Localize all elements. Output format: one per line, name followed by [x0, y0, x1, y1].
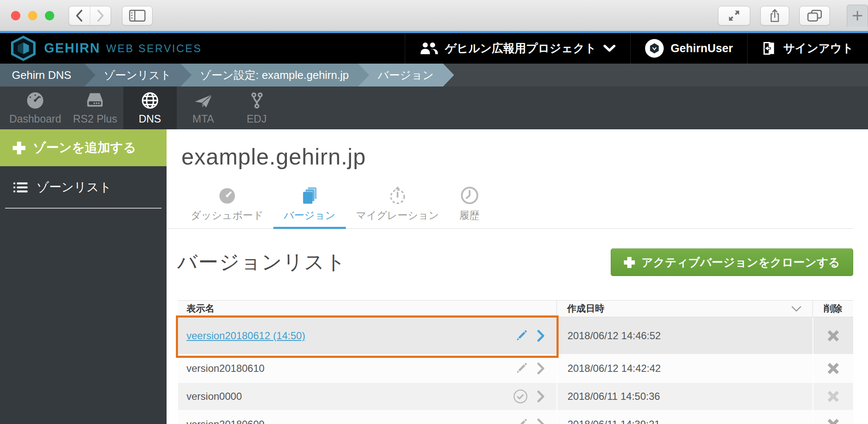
- breadcrumb-version[interactable]: バージョン: [358, 64, 454, 86]
- pencil-icon[interactable]: [515, 329, 528, 342]
- chevron-right-icon[interactable]: [536, 390, 545, 403]
- delete-x-icon: [826, 390, 840, 403]
- created-at: 2018/06/11 14:39:21: [568, 418, 660, 424]
- col-header-delete: 削除: [812, 301, 853, 317]
- share-icon: [769, 8, 781, 23]
- app-header-right: ゲヒルン広報用プロジェクト GehirnUser サインアウト: [405, 33, 868, 64]
- zone-tabs: ダッシュボード バージョン マイグレーション: [167, 185, 853, 229]
- browser-toolbar: [0, 0, 868, 33]
- logo-text: GEHIRN: [44, 41, 100, 56]
- chevron-right-icon[interactable]: [536, 418, 545, 424]
- version-name: version20180609: [186, 418, 264, 424]
- signout-button[interactable]: サインアウト: [747, 33, 868, 64]
- back-button[interactable]: [69, 6, 90, 25]
- version-table: 表示名 作成日時 削除 veersion20180612 (14:50): [178, 300, 853, 424]
- tab-version[interactable]: バージョン: [273, 185, 345, 228]
- table-row: veersion20180612 (14:50) 2018/06/12 14:4…: [178, 317, 853, 355]
- chevron-right-icon[interactable]: [536, 329, 545, 342]
- tab-migration[interactable]: マイグレーション: [346, 185, 449, 228]
- tab-dashboard[interactable]: ダッシュボード: [181, 185, 273, 228]
- tab-label: ダッシュボード: [191, 209, 263, 222]
- show-tabs-button[interactable]: [799, 6, 830, 25]
- people-icon: [420, 42, 438, 55]
- breadcrumb-zone-settings[interactable]: ゾーン設定: example.gehirn.jp: [181, 64, 369, 86]
- list-icon: [13, 181, 28, 194]
- forward-button[interactable]: [90, 6, 111, 25]
- sidebar: ゾーンを追加する ゾーンリスト: [0, 129, 167, 424]
- breadcrumb: Gehirn DNS ゾーンリスト ゾーン設定: example.gehirn.…: [0, 64, 868, 86]
- tab-history[interactable]: 履歴: [449, 185, 490, 228]
- signout-label: サインアウト: [783, 41, 854, 56]
- chevron-right-icon[interactable]: [536, 362, 545, 375]
- check-circle-icon: [513, 389, 528, 404]
- tabs-icon: [807, 9, 822, 22]
- close-window-button[interactable]: [11, 11, 20, 20]
- created-at: 2018/06/12 14:42:42: [568, 363, 661, 374]
- git-fork-icon: [248, 89, 266, 110]
- col-header-name: 表示名: [178, 301, 556, 317]
- sidebar-divider: [5, 208, 161, 209]
- stopwatch-icon: [388, 185, 407, 205]
- sidebar-toggle-button[interactable]: [122, 6, 153, 25]
- clone-button-label: アクティブバージョンをクローンする: [642, 255, 840, 270]
- tab-label: バージョン: [284, 209, 335, 222]
- delete-x-icon: [826, 418, 840, 424]
- delete-version-button[interactable]: [826, 418, 840, 424]
- clone-active-version-button[interactable]: アクティブバージョンをクローンする: [611, 248, 854, 276]
- add-zone-button[interactable]: ゾーンを追加する: [0, 129, 167, 166]
- gehirn-logo-icon: [9, 36, 37, 61]
- table-header: 表示名 作成日時 削除: [178, 301, 853, 317]
- project-selector[interactable]: ゲヒルン広報用プロジェクト: [405, 33, 630, 64]
- fullscreen-button[interactable]: [718, 6, 750, 25]
- avatar-logo-icon: [649, 43, 660, 54]
- fullscreen-icon: [727, 9, 741, 22]
- delete-version-button-disabled: [826, 390, 840, 403]
- col-header-created-label: 作成日時: [567, 302, 604, 315]
- paper-plane-icon: [193, 89, 214, 110]
- new-tab-icon: [851, 9, 864, 22]
- tab-label: 履歴: [459, 209, 480, 222]
- gauge-icon: [25, 89, 45, 110]
- forward-icon: [96, 9, 105, 22]
- delete-x-icon: [826, 362, 840, 375]
- pencil-icon[interactable]: [515, 362, 528, 375]
- share-button[interactable]: [760, 6, 789, 25]
- breadcrumb-gehirn-dns[interactable]: Gehirn DNS: [0, 64, 95, 86]
- back-icon: [75, 9, 84, 22]
- plus-icon: [624, 257, 635, 268]
- service-label: RS2 Plus: [73, 113, 117, 125]
- created-at: 2018/06/12 14:46:52: [568, 330, 661, 342]
- service-label: MTA: [192, 113, 214, 125]
- table-row: version0000 2018/06/11 14:50:36: [178, 383, 853, 411]
- delete-version-button[interactable]: [826, 329, 840, 343]
- service-label: Dashboard: [9, 113, 61, 125]
- sort-chevron-icon[interactable]: [790, 305, 802, 312]
- logo-subtext: WEB SERVICES: [106, 42, 202, 55]
- add-zone-label: ゾーンを追加する: [33, 139, 136, 156]
- table-row: version20180610 2018/06/12 14:42:42: [178, 355, 853, 383]
- sidebar-toggle-icon: [129, 9, 146, 22]
- layers-icon: [300, 185, 319, 205]
- delete-version-button[interactable]: [826, 362, 840, 375]
- zoom-window-button[interactable]: [45, 11, 54, 20]
- service-mta[interactable]: MTA: [177, 86, 230, 129]
- plus-icon: [13, 142, 25, 154]
- user-menu[interactable]: GehirnUser: [630, 33, 747, 64]
- table-row: version20180609 2018/06/11 14:39:21: [178, 411, 853, 424]
- version-link[interactable]: veersion20180612 (14:50): [186, 330, 305, 342]
- new-tab-button[interactable]: [847, 5, 868, 27]
- minimize-window-button[interactable]: [28, 11, 37, 20]
- service-rs2-plus[interactable]: RS2 Plus: [67, 86, 123, 129]
- service-dashboard[interactable]: Dashboard: [3, 86, 67, 129]
- service-dns[interactable]: DNS: [123, 86, 177, 129]
- sidebar-item-zone-list[interactable]: ゾーンリスト: [0, 166, 167, 196]
- version-name: version0000: [186, 391, 242, 402]
- delete-x-icon: [826, 329, 840, 343]
- col-header-created[interactable]: 作成日時: [556, 301, 812, 317]
- breadcrumb-zone-list[interactable]: ゾーンリスト: [84, 64, 192, 86]
- created-at: 2018/06/11 14:50:36: [568, 391, 660, 402]
- user-name: GehirnUser: [670, 42, 733, 55]
- service-edj[interactable]: EDJ: [230, 86, 284, 129]
- pencil-icon[interactable]: [515, 418, 528, 424]
- tab-label: マイグレーション: [356, 209, 439, 222]
